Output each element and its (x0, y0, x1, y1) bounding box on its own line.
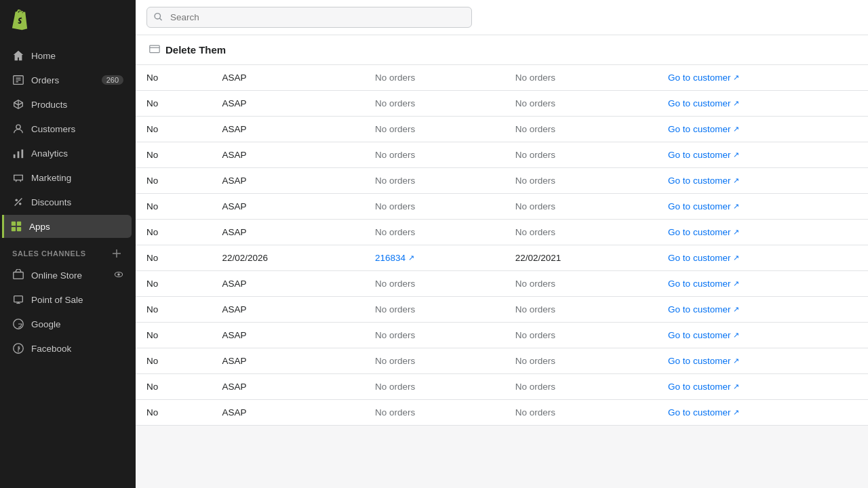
sidebar-item-facebook[interactable]: Facebook (4, 337, 132, 360)
go-to-customer-link[interactable]: Go to customer ↗ (668, 279, 857, 289)
go-to-customer-link[interactable]: Go to customer ↗ (668, 176, 857, 186)
go-to-customer-link[interactable]: Go to customer ↗ (668, 382, 857, 392)
sidebar-item-home[interactable]: Home (4, 44, 132, 67)
col-last-order: 22/02/2021 (505, 245, 657, 271)
col-orders: No orders (364, 91, 505, 117)
go-to-customer-link[interactable]: Go to customer ↗ (668, 150, 857, 160)
table-container: NoASAPNo ordersNo ordersGo to customer ↗… (136, 65, 868, 426)
col-customer-link[interactable]: Go to customer ↗ (657, 271, 868, 297)
go-to-customer-link[interactable]: Go to customer ↗ (668, 201, 857, 211)
col-customer-link[interactable]: Go to customer ↗ (657, 194, 868, 220)
col-no: No (136, 91, 212, 117)
search-wrapper (146, 7, 472, 28)
col-customer-link[interactable]: Go to customer ↗ (657, 400, 868, 426)
external-link-icon: ↗ (733, 176, 739, 185)
sidebar-item-google[interactable]: Google (4, 312, 132, 336)
apps-icon (10, 220, 22, 232)
external-link-icon: ↗ (733, 125, 739, 134)
col-date: ASAP (212, 220, 364, 245)
col-customer-link[interactable]: Go to customer ↗ (657, 65, 868, 91)
external-link-icon: ↗ (733, 408, 739, 417)
sidebar-item-discounts-label: Discounts (31, 197, 71, 207)
col-customer-link[interactable]: Go to customer ↗ (657, 168, 868, 194)
external-link-icon: ↗ (733, 228, 739, 237)
go-to-customer-link[interactable]: Go to customer ↗ (668, 330, 857, 340)
col-no: No (136, 348, 212, 374)
table-row: NoASAPNo ordersNo ordersGo to customer ↗ (136, 168, 868, 194)
col-no: No (136, 194, 212, 220)
svg-rect-23 (150, 45, 159, 52)
table-row: NoASAPNo ordersNo ordersGo to customer ↗ (136, 220, 868, 245)
sidebar: Home Orders 260 Products Customers (0, 0, 136, 488)
col-customer-link[interactable]: Go to customer ↗ (657, 374, 868, 400)
sidebar-item-point-of-sale[interactable]: Point of Sale (4, 288, 132, 311)
col-date: ASAP (212, 168, 364, 194)
order-number-link[interactable]: 216834 ↗ (375, 253, 494, 263)
col-customer-link[interactable]: Go to customer ↗ (657, 348, 868, 374)
topbar (136, 0, 868, 35)
col-customer-link[interactable]: Go to customer ↗ (657, 142, 868, 168)
analytics-icon (12, 147, 24, 159)
col-no: No (136, 323, 212, 348)
table-row: NoASAPNo ordersNo ordersGo to customer ↗ (136, 194, 868, 220)
table-row: NoASAPNo ordersNo ordersGo to customer ↗ (136, 65, 868, 91)
col-last-order: No orders (505, 91, 657, 117)
col-no: No (136, 65, 212, 91)
col-orders: No orders (364, 168, 505, 194)
col-date: 22/02/2026 (212, 245, 364, 271)
col-orders: No orders (364, 323, 505, 348)
go-to-customer-link[interactable]: Go to customer ↗ (668, 227, 857, 237)
col-customer-link[interactable]: Go to customer ↗ (657, 323, 868, 348)
svg-rect-12 (17, 222, 21, 226)
table-row: NoASAPNo ordersNo ordersGo to customer ↗ (136, 91, 868, 117)
go-to-customer-link[interactable]: Go to customer ↗ (668, 73, 857, 83)
sidebar-item-online-store[interactable]: Online Store (4, 264, 132, 287)
search-input[interactable] (146, 7, 472, 28)
sidebar-item-marketing[interactable]: Marketing (4, 166, 132, 189)
col-no: No (136, 220, 212, 245)
sidebar-item-analytics[interactable]: Analytics (4, 142, 132, 165)
col-customer-link[interactable]: Go to customer ↗ (657, 91, 868, 117)
col-orders: No orders (364, 297, 505, 323)
external-link-icon: ↗ (733, 279, 739, 288)
sidebar-item-apps[interactable]: Apps (2, 215, 132, 238)
go-to-customer-link[interactable]: Go to customer ↗ (668, 124, 857, 134)
add-sales-channel-button[interactable] (110, 247, 123, 260)
go-to-customer-link[interactable]: Go to customer ↗ (668, 98, 857, 108)
search-icon (153, 12, 163, 23)
online-store-eye-icon[interactable] (114, 270, 123, 281)
sidebar-item-customers[interactable]: Customers (4, 117, 132, 140)
sidebar-item-discounts[interactable]: Discounts (4, 190, 132, 214)
col-last-order: No orders (505, 168, 657, 194)
col-last-order: No orders (505, 194, 657, 220)
external-link-icon: ↗ (733, 99, 739, 108)
col-orders[interactable]: 216834 ↗ (364, 245, 505, 271)
sidebar-item-facebook-label: Facebook (31, 344, 71, 354)
col-last-order: No orders (505, 400, 657, 426)
page-title: Delete Them (165, 44, 226, 56)
sidebar-item-products-label: Products (31, 100, 67, 110)
col-customer-link[interactable]: Go to customer ↗ (657, 220, 868, 245)
svg-rect-14 (17, 227, 21, 231)
sidebar-item-point-of-sale-label: Point of Sale (31, 295, 83, 305)
sidebar-item-products[interactable]: Products (4, 93, 132, 116)
sales-channels-section-label: SALES CHANNELS (0, 239, 136, 263)
external-link-icon: ↗ (733, 331, 739, 340)
go-to-customer-link[interactable]: Go to customer ↗ (668, 304, 857, 314)
go-to-customer-link[interactable]: Go to customer ↗ (668, 356, 857, 366)
svg-point-4 (16, 125, 20, 129)
go-to-customer-link[interactable]: Go to customer ↗ (668, 407, 857, 418)
col-customer-link[interactable]: Go to customer ↗ (657, 245, 868, 271)
svg-point-8 (16, 199, 18, 202)
products-icon (12, 98, 24, 110)
col-orders: No orders (364, 194, 505, 220)
sidebar-item-orders[interactable]: Orders 260 (4, 68, 132, 92)
page-header: Delete Them (136, 35, 868, 65)
content: Delete Them NoASAPNo ordersNo ordersGo t… (136, 35, 868, 488)
col-customer-link[interactable]: Go to customer ↗ (657, 117, 868, 142)
col-last-order: No orders (505, 374, 657, 400)
col-orders: No orders (364, 374, 505, 400)
go-to-customer-link[interactable]: Go to customer ↗ (668, 253, 857, 263)
table-row: NoASAPNo ordersNo ordersGo to customer ↗ (136, 323, 868, 348)
col-customer-link[interactable]: Go to customer ↗ (657, 297, 868, 323)
